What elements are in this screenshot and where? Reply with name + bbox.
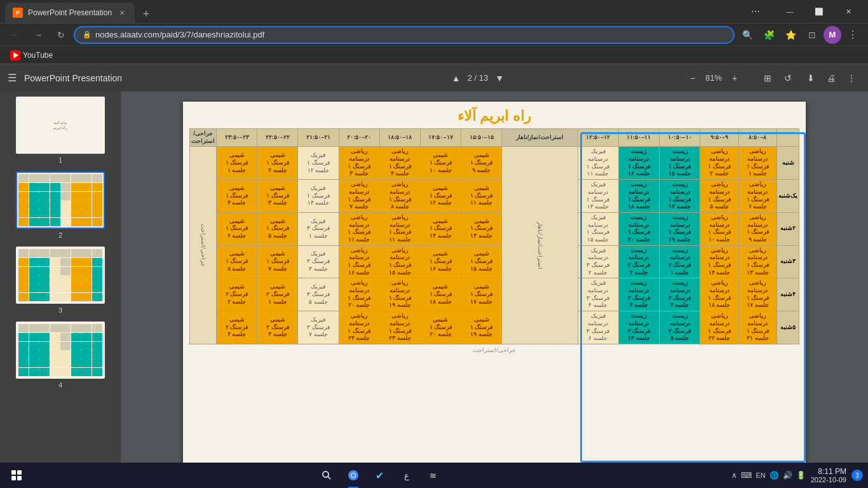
start-button[interactable] <box>5 464 28 487</box>
page-info: 2 / 13 <box>468 73 489 83</box>
search-icon-button[interactable]: 🔍 <box>737 25 757 45</box>
row-shanbe: شنبه ریاضیدرسنامهفرسنگ ۱جلسه ۱ ریاضیدرسن… <box>190 147 799 180</box>
cell-ss-23: شیمیفرسنگ ۱جلسه ۸ <box>217 245 257 278</box>
pdf-more-button[interactable]: ⋮ <box>843 69 860 87</box>
cell-ps-10: زیستدرسنامهفرسنگ ۲جلسه ۵ <box>659 311 700 344</box>
tab-overflow-button[interactable]: ⋯ <box>741 0 770 23</box>
title-bar: P PowerPoint Presentation ✕ + ⋯ — ⬜ ✕ <box>0 0 868 23</box>
row-seshanbe: ۳شنبه ریاضیدرسنامهفرسنگ ۱جلسه ۱۳ ریاضیدر… <box>190 245 799 278</box>
cell-ss-9: ریاضیدرسنامهفرسنگ ۱جلسه ۱۴ <box>700 245 738 278</box>
bottom-label: جراحی/استراحت <box>189 347 799 353</box>
thumb-frame-3 <box>16 247 105 304</box>
cell-sh-21: فیزیکفرسنگ ۱جلسه ۱۲ <box>298 147 339 180</box>
cell-ss-8: ریاضیدرسنامهفرسنگ ۱جلسه ۱۳ <box>738 245 776 278</box>
cell-ps-15: شیمیفرسنگ ۱جلسه ۱۹ <box>461 311 502 344</box>
tray-up-arrow[interactable]: ∧ <box>731 471 737 480</box>
lock-icon: 🔒 <box>83 30 92 39</box>
taskbar-chrome[interactable] <box>341 463 366 488</box>
cell-ds-11: زیستدرسنامهفرسنگ ۱جلسه ۲۰ <box>618 212 659 245</box>
bookmark-star-button[interactable]: ⭐ <box>780 25 801 45</box>
tab-close-button[interactable]: ✕ <box>117 8 127 18</box>
next-page-button[interactable]: ▼ <box>491 69 508 87</box>
day-label-yekshanbe: یک‌شنبه <box>777 180 799 213</box>
pdf-toolbar: ☰ PowerPoint Presentation ▲ 2 / 13 ▼ − 8… <box>0 64 868 92</box>
maximize-button[interactable]: ⬜ <box>804 0 834 23</box>
cell-sh-9: ریاضیدرسنامهفرسنگ ۱جلسه ۲ <box>700 147 738 180</box>
notification-badge[interactable]: 3 <box>851 470 863 481</box>
taskbar-lang[interactable]: ع <box>394 463 419 488</box>
tray-lang[interactable]: EN <box>756 471 765 479</box>
cell-sh-jera: جراحی/استراحت <box>190 147 217 344</box>
reload-button[interactable]: ↻ <box>51 25 71 45</box>
cell-ss-10: زیستدرسنامهفرسنگ ۲جلسه ۱ <box>659 245 700 278</box>
rotate-button[interactable]: ↺ <box>779 69 797 87</box>
thumbnail-1[interactable]: بیاید کنیدراه ابریم 1 <box>5 97 116 164</box>
thumbnail-4[interactable]: 4 <box>5 322 116 389</box>
new-tab-button[interactable]: + <box>137 5 155 23</box>
thumb-frame-4 <box>16 322 105 379</box>
chrome-menu-button[interactable]: ⋮ <box>843 25 863 45</box>
url-bar[interactable]: 🔒 nodes.alaatv.com/paid/3/7/daneshriazit… <box>74 26 735 44</box>
cell-sh-20: ریاضیدرسنامهفرسنگ ۱جلسه ۳ <box>339 147 379 180</box>
fit-page-button[interactable]: ⊡ <box>802 25 822 45</box>
col-header-18: ۱۸–۱۸:۵۰ <box>379 129 420 147</box>
tray-keyboard[interactable]: ⌨ <box>741 471 752 480</box>
tray-volume[interactable]: 🔊 <box>783 471 792 480</box>
cell-ps-23: شیمیفرسنگ ۲جلسه ۴ <box>217 311 257 344</box>
cell-ps-17: شیمیفرسنگ ۱جلسه ۲۰ <box>420 311 461 344</box>
cell-ps-12: فیزیکدرسنامهفرسنگ ۳جلسه ۶ <box>578 311 618 344</box>
youtube-bookmark[interactable]: YouTube <box>5 49 58 62</box>
col-header-12: ۱۲–۱۲:۵۰ <box>578 129 618 147</box>
bookmarks-bar: YouTube <box>0 46 868 64</box>
thumbnail-2[interactable]: 2 <box>5 172 116 239</box>
col-header-20: ۲۰–۲۰:۵۰ <box>339 129 379 147</box>
thumb-frame-2 <box>16 172 105 229</box>
extensions-button[interactable]: 🧩 <box>759 25 779 45</box>
taskbar-check[interactable]: ✔ <box>367 463 393 488</box>
cell-cs-22: شیمیفرسنگ ۲جلسه ۱ <box>257 278 298 311</box>
minimize-button[interactable]: — <box>775 0 804 23</box>
tray-network[interactable]: 🌐 <box>770 471 779 480</box>
system-clock[interactable]: 8:11 PM 2022-10-09 <box>811 467 846 484</box>
profile-button[interactable]: M <box>824 26 841 44</box>
cell-ss-21: فیزیکفرسنگ ۳جلسه ۳ <box>298 245 339 278</box>
start-icon <box>11 470 22 480</box>
cell-ds-8: ریاضیدرسنامهفرسنگ ۱جلسه ۹ <box>738 212 776 245</box>
cell-ss-18: ریاضیدرسنامهفرسنگ ۱جلسه ۱۵ <box>379 245 420 278</box>
pdf-menu-button[interactable]: ☰ <box>8 72 17 84</box>
download-button[interactable]: ⬇ <box>802 69 820 87</box>
col-header-17: ۱۷–۱۷:۵۰ <box>420 129 461 147</box>
cell-ys-22: شیمیفرسنگ ۱جلسه ۳ <box>257 180 298 213</box>
close-button[interactable]: ✕ <box>834 0 863 23</box>
thumb-num-3: 3 <box>58 306 62 314</box>
col-header-23: ۲۳–۲۳:۵۰ <box>217 129 257 147</box>
taskbar-search[interactable] <box>314 463 339 488</box>
cell-cs-8: ریاضیدرسنامهفرسنگ ۱جلسه ۱۷ <box>738 278 776 311</box>
cell-ds-22: شیمیفرسنگ ۱جلسه ۵ <box>257 212 298 245</box>
active-tab[interactable]: P PowerPoint Presentation ✕ <box>5 3 135 23</box>
cell-cs-17: شیمیفرسنگ ۱جلسه ۱۸ <box>420 278 461 311</box>
tab-favicon: P <box>13 8 23 18</box>
thumbnail-3[interactable]: 3 <box>5 247 116 314</box>
taskbar: ✔ ع ≋ ∧ ⌨ EN 🌐 🔊 🔋 8:11 PM 2022-10-09 3 <box>0 463 868 488</box>
pdf-title: PowerPoint Presentation <box>24 73 122 83</box>
print-button[interactable]: 🖨 <box>822 69 840 87</box>
zoom-in-button[interactable]: + <box>726 69 743 87</box>
row-chaharshanbe: ۴شنبه ریاضیدرسنامهفرسنگ ۱جلسه ۱۷ ریاضیدر… <box>190 278 799 311</box>
tray-battery[interactable]: 🔋 <box>796 471 806 480</box>
cell-cs-10: زیستدرسنامهفرسنگ ۲جلسه ۳ <box>659 278 700 311</box>
forward-button[interactable]: → <box>28 25 48 45</box>
prev-page-button[interactable]: ▲ <box>447 69 465 87</box>
cell-ds-21: فیزیکفرسنگ ۳جلسه ۱ <box>298 212 339 245</box>
thumb-table-4 <box>17 323 104 377</box>
window-controls: — ⬜ ✕ <box>775 0 863 23</box>
cell-ds-9: ریاضیدرسنامهفرسنگ ۱جلسه ۱۰ <box>700 212 738 245</box>
cell-ys-9: ریاضیدرسنامهفرسنگ ۱جلسه ۵ <box>700 180 738 213</box>
zoom-out-button[interactable]: − <box>684 69 702 87</box>
col-header-10: ۱۰–۱۰:۵۰ <box>659 129 700 147</box>
fit-page-icon-button[interactable]: ⊞ <box>759 69 776 87</box>
back-button[interactable]: ← <box>5 25 25 45</box>
taskbar-app[interactable]: ≋ <box>421 463 446 488</box>
system-tray: ∧ ⌨ EN 🌐 🔊 🔋 <box>731 471 805 480</box>
cell-sh-15: شیمیفرسنگ ۱جلسه ۹ <box>461 147 502 180</box>
